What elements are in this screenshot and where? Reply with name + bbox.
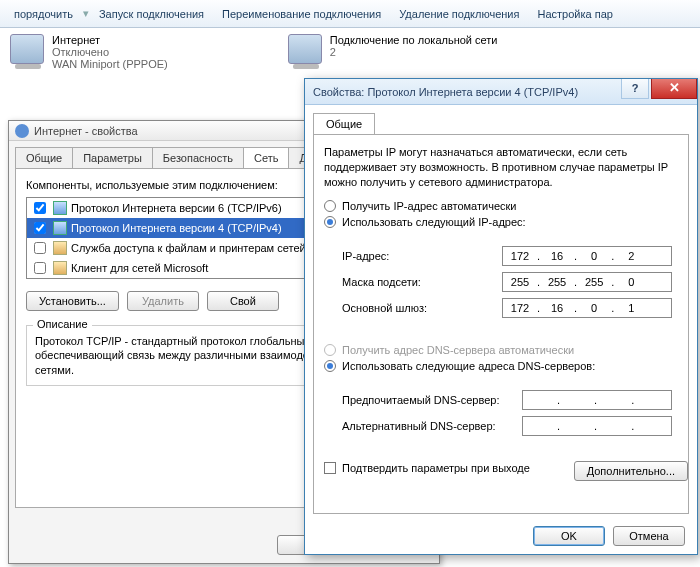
tab-general[interactable]: Общие	[313, 113, 375, 134]
radio-label: Получить адрес DNS-сервера автоматически	[342, 344, 574, 356]
radio-icon	[324, 360, 336, 372]
radio-label: Получить IP-адрес автоматически	[342, 200, 516, 212]
tab-options[interactable]: Параметры	[72, 147, 153, 168]
ip-octet[interactable]	[577, 301, 611, 315]
connection-icon	[10, 34, 44, 64]
component-label: Протокол Интернета версии 4 (TCP/IPv4)	[71, 222, 282, 234]
ip-octet[interactable]	[540, 249, 574, 263]
component-checkbox[interactable]	[34, 262, 46, 274]
gateway-input[interactable]: . . .	[502, 298, 672, 318]
ipv4-properties-window: Свойства: Протокол Интернета версии 4 (T…	[304, 78, 698, 555]
subnet-mask-label: Маска подсети:	[342, 276, 502, 288]
tab-security[interactable]: Безопасность	[152, 147, 244, 168]
radio-icon	[324, 200, 336, 212]
protocol-icon	[53, 221, 67, 235]
radio-auto-ip[interactable]: Получить IP-адрес автоматически	[324, 200, 678, 212]
connection-name: Подключение по локальной сети	[330, 34, 498, 46]
close-button[interactable]: ✕	[651, 79, 697, 99]
properties-button[interactable]: Свой	[207, 291, 279, 311]
radio-icon	[324, 216, 336, 228]
component-checkbox[interactable]	[34, 202, 46, 214]
ip-octet[interactable]	[577, 275, 611, 289]
tab-general[interactable]: Общие	[15, 147, 73, 168]
connection-icon	[288, 34, 322, 64]
ip-octet[interactable]	[614, 301, 648, 315]
service-icon	[53, 241, 67, 255]
component-label: Клиент для сетей Microsoft	[71, 262, 208, 274]
globe-icon	[15, 124, 29, 138]
connection-item-internet[interactable]: Интернет Отключено WAN Miniport (PPPOE)	[10, 34, 168, 70]
connection-item-lan[interactable]: Подключение по локальной сети 2	[288, 34, 498, 70]
radio-label: Использовать следующий IP-адрес:	[342, 216, 526, 228]
intro-text: Параметры IP могут назначаться автоматич…	[324, 145, 678, 190]
protocol-icon	[53, 201, 67, 215]
alternate-dns-label: Альтернативный DNS-сервер:	[342, 420, 522, 432]
ip-octet[interactable]	[634, 393, 668, 407]
gateway-label: Основной шлюз:	[342, 302, 502, 314]
ip-octet[interactable]	[597, 419, 631, 433]
window-title: Интернет - свойства	[34, 125, 138, 137]
toolbar-item[interactable]: Настройка пар	[529, 5, 620, 23]
ip-octet[interactable]	[634, 419, 668, 433]
component-checkbox[interactable]	[34, 242, 46, 254]
remove-button: Удалить	[127, 291, 199, 311]
toolbar-item[interactable]: Удаление подключения	[391, 5, 527, 23]
ip-octet[interactable]	[523, 419, 557, 433]
component-checkbox[interactable]	[34, 222, 46, 234]
ip-fields-group: IP-адрес: . . . Маска подсети: . . . О	[324, 232, 678, 336]
window-title: Свойства: Протокол Интернета версии 4 (T…	[313, 86, 578, 98]
preferred-dns-label: Предпочитаемый DNS-сервер:	[342, 394, 522, 406]
dns-fields-group: Предпочитаемый DNS-сервер: . . . Альтерн…	[324, 376, 678, 454]
subnet-mask-input[interactable]: . . .	[502, 272, 672, 292]
ip-octet[interactable]	[560, 419, 594, 433]
toolbar-item[interactable]: Запуск подключения	[91, 5, 212, 23]
ip-octet[interactable]	[503, 301, 537, 315]
radio-label: Использовать следующие адреса DNS-сервер…	[342, 360, 595, 372]
connection-device: WAN Miniport (PPPOE)	[52, 58, 168, 70]
component-label: Протокол Интернета версии 6 (TCP/IPv6)	[71, 202, 282, 214]
ok-button[interactable]: OK	[533, 526, 605, 546]
connection-name: Интернет	[52, 34, 168, 46]
window-titlebar[interactable]: Свойства: Протокол Интернета версии 4 (T…	[305, 79, 697, 105]
ip-octet[interactable]	[560, 393, 594, 407]
checkbox-label: Подтвердить параметры при выходе	[342, 462, 530, 474]
radio-manual-ip[interactable]: Использовать следующий IP-адрес:	[324, 216, 678, 228]
radio-auto-dns: Получить адрес DNS-сервера автоматически	[324, 344, 678, 356]
radio-icon	[324, 344, 336, 356]
toolbar-item[interactable]: порядочить	[6, 5, 81, 23]
connection-status: 2	[330, 46, 498, 58]
explorer-toolbar: порядочить▾ Запуск подключения Переимено…	[0, 0, 700, 28]
help-button[interactable]: ?	[621, 79, 649, 99]
ip-octet[interactable]	[503, 249, 537, 263]
ip-octet[interactable]	[503, 275, 537, 289]
install-button[interactable]: Установить...	[26, 291, 119, 311]
advanced-button[interactable]: Дополнительно...	[574, 461, 688, 481]
toolbar-item[interactable]: Переименование подключения	[214, 5, 389, 23]
connection-status: Отключено	[52, 46, 168, 58]
alternate-dns-input[interactable]: . . .	[522, 416, 672, 436]
ip-octet[interactable]	[597, 393, 631, 407]
radio-manual-dns[interactable]: Использовать следующие адреса DNS-сервер…	[324, 360, 678, 372]
client-icon	[53, 261, 67, 275]
ip-octet[interactable]	[523, 393, 557, 407]
tab-network[interactable]: Сеть	[243, 147, 289, 168]
ip-octet[interactable]	[614, 249, 648, 263]
component-label: Служба доступа к файлам и принтерам сете…	[71, 242, 306, 254]
ip-octet[interactable]	[577, 249, 611, 263]
ip-octet[interactable]	[540, 301, 574, 315]
ip-octet[interactable]	[540, 275, 574, 289]
ip-address-label: IP-адрес:	[342, 250, 502, 262]
cancel-button[interactable]: Отмена	[613, 526, 685, 546]
preferred-dns-input[interactable]: . . .	[522, 390, 672, 410]
tab-panel-general: Параметры IP могут назначаться автоматич…	[313, 134, 689, 514]
ip-octet[interactable]	[614, 275, 648, 289]
tabstrip: Общие	[313, 113, 689, 134]
description-legend: Описание	[33, 318, 92, 330]
checkbox-icon	[324, 462, 336, 474]
ip-address-input[interactable]: . . .	[502, 246, 672, 266]
connections-list: Интернет Отключено WAN Miniport (PPPOE) …	[0, 28, 700, 76]
